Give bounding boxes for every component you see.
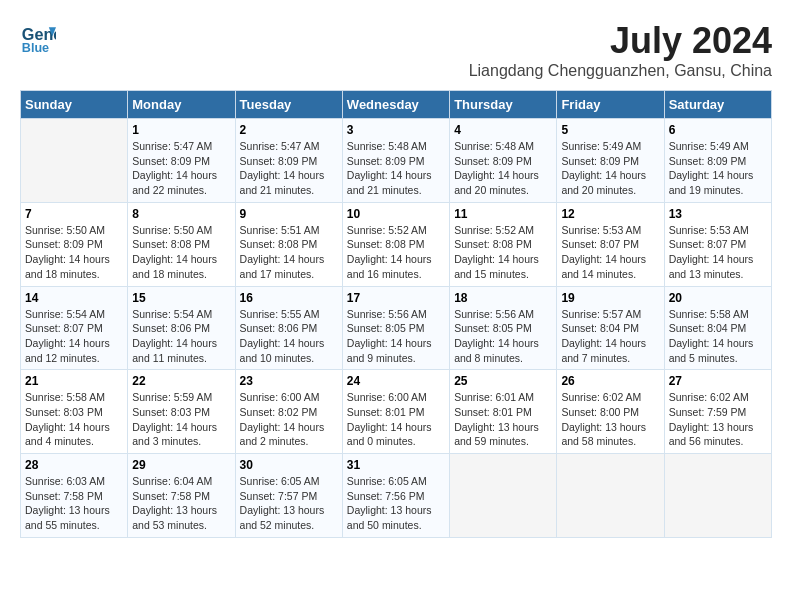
calendar-day-cell: 24Sunrise: 6:00 AM Sunset: 8:01 PM Dayli… — [342, 370, 449, 454]
calendar-day-cell: 5Sunrise: 5:49 AM Sunset: 8:09 PM Daylig… — [557, 119, 664, 203]
day-info: Sunrise: 5:52 AM Sunset: 8:08 PM Dayligh… — [454, 223, 552, 282]
day-info: Sunrise: 5:52 AM Sunset: 8:08 PM Dayligh… — [347, 223, 445, 282]
day-number: 25 — [454, 374, 552, 388]
calendar-day-cell — [21, 119, 128, 203]
day-number: 3 — [347, 123, 445, 137]
day-info: Sunrise: 5:53 AM Sunset: 8:07 PM Dayligh… — [561, 223, 659, 282]
calendar-day-cell: 3Sunrise: 5:48 AM Sunset: 8:09 PM Daylig… — [342, 119, 449, 203]
day-info: Sunrise: 5:50 AM Sunset: 8:09 PM Dayligh… — [25, 223, 123, 282]
calendar-day-cell: 13Sunrise: 5:53 AM Sunset: 8:07 PM Dayli… — [664, 202, 771, 286]
calendar-week-row: 1Sunrise: 5:47 AM Sunset: 8:09 PM Daylig… — [21, 119, 772, 203]
day-number: 16 — [240, 291, 338, 305]
calendar-day-cell: 30Sunrise: 6:05 AM Sunset: 7:57 PM Dayli… — [235, 454, 342, 538]
month-year-title: July 2024 — [469, 20, 772, 62]
calendar-day-cell: 6Sunrise: 5:49 AM Sunset: 8:09 PM Daylig… — [664, 119, 771, 203]
day-number: 31 — [347, 458, 445, 472]
calendar-day-cell: 9Sunrise: 5:51 AM Sunset: 8:08 PM Daylig… — [235, 202, 342, 286]
day-number: 30 — [240, 458, 338, 472]
day-info: Sunrise: 5:49 AM Sunset: 8:09 PM Dayligh… — [561, 139, 659, 198]
logo-icon: General Blue — [20, 20, 56, 56]
day-number: 11 — [454, 207, 552, 221]
calendar-day-cell: 8Sunrise: 5:50 AM Sunset: 8:08 PM Daylig… — [128, 202, 235, 286]
weekday-header-row: SundayMondayTuesdayWednesdayThursdayFrid… — [21, 91, 772, 119]
day-info: Sunrise: 6:04 AM Sunset: 7:58 PM Dayligh… — [132, 474, 230, 533]
calendar-day-cell: 16Sunrise: 5:55 AM Sunset: 8:06 PM Dayli… — [235, 286, 342, 370]
weekday-header-cell: Saturday — [664, 91, 771, 119]
calendar-week-row: 14Sunrise: 5:54 AM Sunset: 8:07 PM Dayli… — [21, 286, 772, 370]
calendar-day-cell: 21Sunrise: 5:58 AM Sunset: 8:03 PM Dayli… — [21, 370, 128, 454]
day-info: Sunrise: 5:54 AM Sunset: 8:06 PM Dayligh… — [132, 307, 230, 366]
day-number: 10 — [347, 207, 445, 221]
calendar-day-cell: 15Sunrise: 5:54 AM Sunset: 8:06 PM Dayli… — [128, 286, 235, 370]
title-area: July 2024 Liangdang Chengguanzhen, Gansu… — [469, 20, 772, 80]
day-info: Sunrise: 5:56 AM Sunset: 8:05 PM Dayligh… — [454, 307, 552, 366]
day-number: 18 — [454, 291, 552, 305]
day-info: Sunrise: 5:47 AM Sunset: 8:09 PM Dayligh… — [132, 139, 230, 198]
day-info: Sunrise: 5:48 AM Sunset: 8:09 PM Dayligh… — [347, 139, 445, 198]
calendar-day-cell: 1Sunrise: 5:47 AM Sunset: 8:09 PM Daylig… — [128, 119, 235, 203]
calendar-day-cell — [664, 454, 771, 538]
day-number: 13 — [669, 207, 767, 221]
svg-text:Blue: Blue — [22, 41, 49, 55]
weekday-header-cell: Thursday — [450, 91, 557, 119]
day-info: Sunrise: 6:00 AM Sunset: 8:01 PM Dayligh… — [347, 390, 445, 449]
calendar-day-cell: 22Sunrise: 5:59 AM Sunset: 8:03 PM Dayli… — [128, 370, 235, 454]
weekday-header-cell: Wednesday — [342, 91, 449, 119]
day-info: Sunrise: 5:59 AM Sunset: 8:03 PM Dayligh… — [132, 390, 230, 449]
day-number: 27 — [669, 374, 767, 388]
day-number: 5 — [561, 123, 659, 137]
day-info: Sunrise: 5:56 AM Sunset: 8:05 PM Dayligh… — [347, 307, 445, 366]
day-info: Sunrise: 5:58 AM Sunset: 8:04 PM Dayligh… — [669, 307, 767, 366]
day-number: 29 — [132, 458, 230, 472]
calendar-day-cell: 11Sunrise: 5:52 AM Sunset: 8:08 PM Dayli… — [450, 202, 557, 286]
day-number: 15 — [132, 291, 230, 305]
day-number: 17 — [347, 291, 445, 305]
day-number: 8 — [132, 207, 230, 221]
page-header: General Blue July 2024 Liangdang Chenggu… — [20, 20, 772, 80]
calendar-week-row: 7Sunrise: 5:50 AM Sunset: 8:09 PM Daylig… — [21, 202, 772, 286]
day-number: 7 — [25, 207, 123, 221]
calendar-day-cell: 7Sunrise: 5:50 AM Sunset: 8:09 PM Daylig… — [21, 202, 128, 286]
calendar-day-cell: 27Sunrise: 6:02 AM Sunset: 7:59 PM Dayli… — [664, 370, 771, 454]
calendar-day-cell: 20Sunrise: 5:58 AM Sunset: 8:04 PM Dayli… — [664, 286, 771, 370]
day-info: Sunrise: 5:51 AM Sunset: 8:08 PM Dayligh… — [240, 223, 338, 282]
calendar-day-cell: 12Sunrise: 5:53 AM Sunset: 8:07 PM Dayli… — [557, 202, 664, 286]
day-info: Sunrise: 6:05 AM Sunset: 7:56 PM Dayligh… — [347, 474, 445, 533]
day-info: Sunrise: 5:49 AM Sunset: 8:09 PM Dayligh… — [669, 139, 767, 198]
calendar-week-row: 21Sunrise: 5:58 AM Sunset: 8:03 PM Dayli… — [21, 370, 772, 454]
day-number: 2 — [240, 123, 338, 137]
day-number: 24 — [347, 374, 445, 388]
day-number: 26 — [561, 374, 659, 388]
calendar-table: SundayMondayTuesdayWednesdayThursdayFrid… — [20, 90, 772, 538]
calendar-week-row: 28Sunrise: 6:03 AM Sunset: 7:58 PM Dayli… — [21, 454, 772, 538]
calendar-day-cell: 18Sunrise: 5:56 AM Sunset: 8:05 PM Dayli… — [450, 286, 557, 370]
calendar-body: 1Sunrise: 5:47 AM Sunset: 8:09 PM Daylig… — [21, 119, 772, 538]
day-info: Sunrise: 5:55 AM Sunset: 8:06 PM Dayligh… — [240, 307, 338, 366]
calendar-day-cell: 19Sunrise: 5:57 AM Sunset: 8:04 PM Dayli… — [557, 286, 664, 370]
day-number: 23 — [240, 374, 338, 388]
day-number: 22 — [132, 374, 230, 388]
logo: General Blue — [20, 20, 56, 56]
day-info: Sunrise: 6:03 AM Sunset: 7:58 PM Dayligh… — [25, 474, 123, 533]
calendar-day-cell: 31Sunrise: 6:05 AM Sunset: 7:56 PM Dayli… — [342, 454, 449, 538]
day-number: 9 — [240, 207, 338, 221]
day-number: 21 — [25, 374, 123, 388]
weekday-header-cell: Monday — [128, 91, 235, 119]
weekday-header-cell: Friday — [557, 91, 664, 119]
day-number: 6 — [669, 123, 767, 137]
calendar-day-cell: 10Sunrise: 5:52 AM Sunset: 8:08 PM Dayli… — [342, 202, 449, 286]
location-subtitle: Liangdang Chengguanzhen, Gansu, China — [469, 62, 772, 80]
day-number: 1 — [132, 123, 230, 137]
calendar-day-cell: 29Sunrise: 6:04 AM Sunset: 7:58 PM Dayli… — [128, 454, 235, 538]
day-number: 28 — [25, 458, 123, 472]
calendar-day-cell: 14Sunrise: 5:54 AM Sunset: 8:07 PM Dayli… — [21, 286, 128, 370]
day-info: Sunrise: 6:00 AM Sunset: 8:02 PM Dayligh… — [240, 390, 338, 449]
weekday-header-cell: Tuesday — [235, 91, 342, 119]
day-info: Sunrise: 6:02 AM Sunset: 7:59 PM Dayligh… — [669, 390, 767, 449]
day-number: 19 — [561, 291, 659, 305]
calendar-day-cell — [557, 454, 664, 538]
day-info: Sunrise: 5:57 AM Sunset: 8:04 PM Dayligh… — [561, 307, 659, 366]
calendar-day-cell — [450, 454, 557, 538]
day-info: Sunrise: 5:58 AM Sunset: 8:03 PM Dayligh… — [25, 390, 123, 449]
day-number: 14 — [25, 291, 123, 305]
